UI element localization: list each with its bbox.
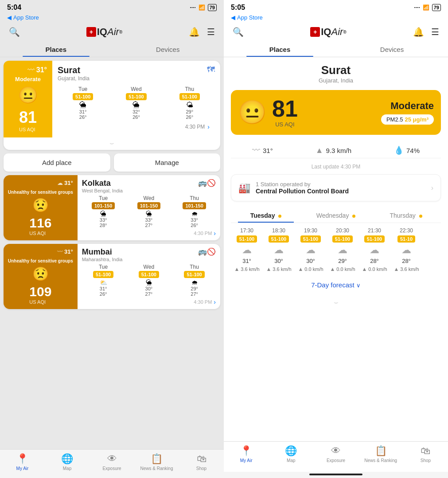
thu-dot <box>419 215 422 218</box>
surat-map-icon[interactable]: 🗺 <box>207 65 215 74</box>
kolkata-right: Kolkata West Bengal, India 🚌🚫 Tue 101-15… <box>78 175 220 240</box>
kolkata-face-icon: 😟 <box>32 197 49 213</box>
left-status-bar: 5:04 ···· 📶 79 <box>0 0 224 13</box>
right-nav-exposure[interactable]: 👁 Exposure <box>313 445 358 463</box>
right-exposure-icon: 👁 <box>331 445 341 457</box>
right-tab-devices[interactable]: Devices <box>336 41 448 57</box>
right-forecast-tab-tue[interactable]: Tuesday <box>231 208 301 223</box>
left-menu-icon[interactable]: ☰ <box>207 27 215 37</box>
right-forecast-tab-wed[interactable]: Wednesday <box>301 208 371 223</box>
right-tab-places[interactable]: Places <box>224 41 336 57</box>
hourly-item-0: 17:30 51-100 ☁ 31° ▲ 3.6 km/h <box>231 227 263 272</box>
mumbai-city-name: Mumbai <box>82 247 123 257</box>
mumbai-chevron[interactable]: › <box>214 298 216 306</box>
hourly-0-icon: ☁ <box>242 244 252 256</box>
left-tab-places[interactable]: Places <box>0 41 112 57</box>
right-app-store-row[interactable]: ◀ App Store <box>224 13 448 23</box>
kolkata-city-name: Kolkata <box>82 179 123 188</box>
bottom-expand-handle[interactable]: ⌣ <box>231 296 441 308</box>
right-logo: + IQAir® <box>310 26 347 38</box>
surat-aqi-unit: US AQI <box>19 127 37 132</box>
hourly-4-arrow: ▲ <box>362 266 367 272</box>
kolkata-location: West Bengal, India <box>82 188 123 193</box>
left-search-icon[interactable]: 🔍 <box>9 27 20 37</box>
map-icon: 🌐 <box>61 453 73 465</box>
surat-aqi-value: 81 <box>19 108 37 127</box>
right-main-content: Surat Gujarat, India 😐 81 US AQI Moderat… <box>224 57 448 441</box>
expand-handle[interactable]: ⌣ <box>4 137 220 150</box>
shop-icon: 🛍 <box>197 453 206 465</box>
humidity-value: 74% <box>406 147 420 154</box>
left-app-store-row[interactable]: ◀ App Store <box>0 13 224 23</box>
left-bottom-nav: 📍 My Air 🌐 Map 👁 Exposure 📋 News & Ranki… <box>0 449 224 478</box>
right-search-icon[interactable]: 🔍 <box>233 27 244 37</box>
logo-cross-icon: + <box>86 27 96 37</box>
right-nav-news[interactable]: 📋 News & Ranking <box>358 445 403 463</box>
right-bell-icon[interactable]: 🔔 <box>413 27 424 37</box>
temp-stat: 〰 31° <box>252 145 273 155</box>
add-place-button[interactable]: Add place <box>4 153 110 172</box>
right-home-indicator <box>309 474 362 475</box>
left-nav-my-air[interactable]: 📍 My Air <box>0 453 45 471</box>
manage-button[interactable]: Manage <box>114 153 221 172</box>
wed-weather-icon: 🌦 <box>132 101 140 109</box>
wed-dot <box>352 215 355 218</box>
mumbai-wave-icon: 〰 <box>57 248 63 255</box>
left-nav-right: 🔔 ☰ <box>189 27 215 37</box>
station-icon: 🏭 <box>238 182 250 194</box>
shop-label: Shop <box>196 466 206 471</box>
left-tab-devices[interactable]: Devices <box>112 41 224 57</box>
hourly-item-5: 22:30 51-10 ☁ 28° ▲ 3.6 km/h <box>390 227 422 272</box>
right-pm-badge: PM2.5 25 μg/m³ <box>381 114 434 125</box>
action-row: Add place Manage <box>0 153 224 175</box>
mumbai-face-icon: 😟 <box>32 266 49 282</box>
right-nav-map[interactable]: 🌐 Map <box>269 445 313 463</box>
right-forecast-tabs: Tuesday Wednesday Thursday <box>231 208 441 223</box>
left-nav-map[interactable]: 🌐 Map <box>45 453 90 471</box>
hourly-item-1: 18:30 51-100 ☁ 30° ▲ 3.6 km/h <box>263 227 295 272</box>
right-nav-shop[interactable]: 🛍 Shop <box>403 445 448 463</box>
right-status-icons: ···· 📶 79 <box>414 4 441 11</box>
station-card[interactable]: 🏭 1 Station operated by Central Pollutio… <box>231 174 441 201</box>
right-nav-my-air[interactable]: 📍 My Air <box>224 445 269 463</box>
left-bell-icon[interactable]: 🔔 <box>189 27 200 37</box>
left-nav-news[interactable]: 📋 News & Ranking <box>134 453 179 471</box>
surat-face-icon: 😐 <box>18 86 38 105</box>
kolkata-chevron[interactable]: › <box>214 230 216 237</box>
mumbai-aqi-box: 〰 31° Unhealthy for sensitive groups 😟 1… <box>4 244 78 309</box>
right-back-arrow: ◀ <box>231 14 235 21</box>
right-battery-icon: 79 <box>432 4 441 11</box>
station-text: 1 Station operated by Central Pollution … <box>256 181 426 195</box>
mumbai-icons: 🚌🚫 <box>198 247 216 256</box>
surat-bottom-row: 4:30 PM › <box>58 121 215 133</box>
surat-forecast-wed: Wed 51-100 🌦 32° 26° <box>111 86 161 120</box>
right-forecast-tab-thu[interactable]: Thursday <box>371 208 441 223</box>
left-nav-shop[interactable]: 🛍 Shop <box>179 453 224 471</box>
kolkata-aqi-box: ☁ 31° Unhealthy for sensitive groups 😟 1… <box>4 175 78 240</box>
right-panel: 5:05 ···· 📶 79 ◀ App Store 🔍 + IQAir® 🔔 … <box>224 0 448 478</box>
news-icon: 📋 <box>151 453 163 465</box>
pm25-value: 25 μg/m³ <box>405 116 429 123</box>
right-exposure-label: Exposure <box>327 458 345 463</box>
kolkata-icons: 🚌🚫 <box>198 179 216 187</box>
mumbai-forecast: Tue 51-100 ⛅ 31° 26° Wed 51-100 🌦 30° 27… <box>82 264 216 297</box>
surat-chevron-icon[interactable]: › <box>207 123 210 130</box>
hourly-item-2: 19:30 51-100 ☁ 30° ▲ 0.0 km/h <box>295 227 327 272</box>
surat-card[interactable]: 〰 31° Moderate 😐 81 US AQI Surat Gujarat… <box>4 61 220 150</box>
tue-dot <box>278 215 281 218</box>
kolkata-status: Unhealthy for sensitive groups <box>8 190 73 195</box>
mumbai-card[interactable]: 〰 31° Unhealthy for sensitive groups 😟 1… <box>4 244 220 309</box>
right-app-store-label: App Store <box>237 14 263 21</box>
mumbai-aqi: 109 <box>29 284 51 299</box>
kolkata-card[interactable]: ☁ 31° Unhealthy for sensitive groups 😟 1… <box>4 175 220 240</box>
seven-day-forecast[interactable]: 7-Day forecast ∨ <box>231 276 441 296</box>
right-shop-icon: 🛍 <box>421 445 430 457</box>
left-nav-exposure[interactable]: 👁 Exposure <box>90 453 134 471</box>
right-my-air-icon: 📍 <box>240 445 252 457</box>
kolkata-aqi: 116 <box>29 215 51 231</box>
mumbai-aqi-unit: US AQI <box>29 299 51 305</box>
right-weather-stats: 〰 31° ▲ 9.3 km/h 💧 74% <box>231 140 441 158</box>
kolkata-forecast: Tue 101-150 🌦 33° 28° Wed 101-150 🌦 33° … <box>82 195 216 228</box>
right-menu-icon[interactable]: ☰ <box>431 27 439 37</box>
right-hourly-scroll: 17:30 51-100 ☁ 31° ▲ 3.6 km/h 18:30 51-1… <box>231 227 441 276</box>
